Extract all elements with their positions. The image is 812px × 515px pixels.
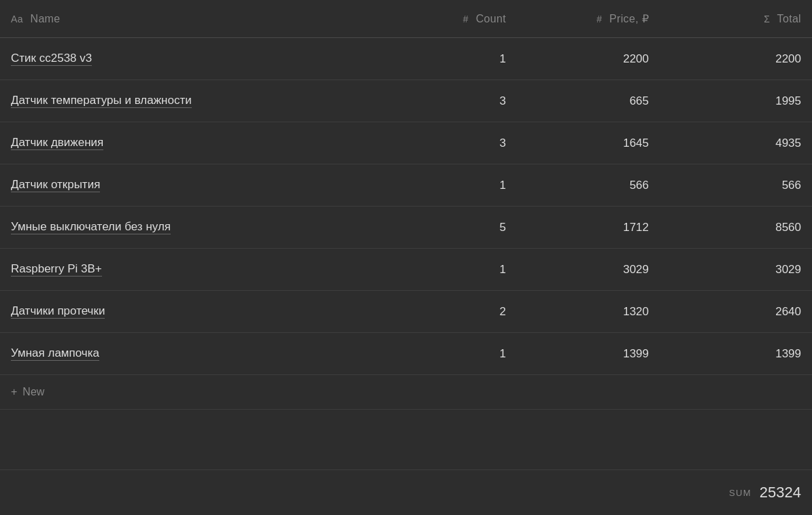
table-row[interactable]: Умные выключатели без нуля517128560 (0, 207, 812, 249)
table-row[interactable]: Датчик температуры и влажности36651995 (0, 80, 812, 122)
new-row-label: New (22, 386, 44, 398)
cell-name[interactable]: Стик cc2538 v3 (0, 38, 381, 80)
table-body: Стик cc2538 v3122002200Датчик температур… (0, 38, 812, 410)
cell-name[interactable]: Датчики протечки (0, 291, 381, 333)
cell-name[interactable]: Умная лампочка (0, 333, 381, 375)
cell-count[interactable]: 3 (381, 80, 517, 122)
col-count-label: Count (476, 13, 506, 24)
col-count-header[interactable]: # Count (381, 0, 517, 38)
table-row[interactable]: Датчик открытия1566566 (0, 164, 812, 207)
cell-total: 566 (660, 164, 812, 207)
table-row[interactable]: Стик cc2538 v3122002200 (0, 38, 812, 80)
cell-name[interactable]: Умные выключатели без нуля (0, 207, 381, 249)
cell-total: 1399 (660, 333, 812, 375)
table-row[interactable]: Умная лампочка113991399 (0, 333, 812, 375)
cell-price[interactable]: 1320 (517, 291, 660, 333)
cell-price[interactable]: 1645 (517, 122, 660, 164)
cell-name-text: Raspberry Pi 3B+ (11, 262, 102, 277)
cell-total: 2640 (660, 291, 812, 333)
table-row[interactable]: Датчики протечки213202640 (0, 291, 812, 333)
cell-total: 4935 (660, 122, 812, 164)
cell-name[interactable]: Датчик открытия (0, 164, 381, 207)
cell-price[interactable]: 1399 (517, 333, 660, 375)
cell-price[interactable]: 3029 (517, 249, 660, 291)
new-row[interactable]: +New (0, 375, 812, 410)
cell-name-text: Стик cc2538 v3 (11, 52, 92, 66)
cell-name-text: Умная лампочка (11, 347, 99, 361)
cell-count[interactable]: 3 (381, 122, 517, 164)
cell-price[interactable]: 1712 (517, 207, 660, 249)
new-row-cell[interactable]: +New (0, 375, 812, 410)
plus-icon: + (11, 386, 17, 398)
cell-name-text: Датчик температуры и влажности (11, 94, 192, 108)
new-row-button[interactable]: +New (11, 386, 801, 398)
cell-name-text: Умные выключатели без нуля (11, 220, 171, 234)
data-table: Aa Name # Count # Price, ₽ Σ Total Стик … (0, 0, 812, 410)
cell-total: 8560 (660, 207, 812, 249)
cell-total: 2200 (660, 38, 812, 80)
sum-value: 25324 (760, 484, 801, 501)
hash-icon-price: # (596, 14, 602, 24)
hash-icon-count: # (463, 14, 469, 24)
cell-count[interactable]: 1 (381, 38, 517, 80)
cell-total: 1995 (660, 80, 812, 122)
cell-name-text: Датчики протечки (11, 304, 105, 319)
col-total-header[interactable]: Σ Total (660, 0, 812, 38)
cell-count[interactable]: 1 (381, 164, 517, 207)
cell-name[interactable]: Датчик температуры и влажности (0, 80, 381, 122)
cell-name[interactable]: Raspberry Pi 3B+ (0, 249, 381, 291)
sigma-icon: Σ (764, 14, 770, 24)
cell-count[interactable]: 2 (381, 291, 517, 333)
col-price-label: Price, ₽ (609, 13, 649, 24)
cell-total: 3029 (660, 249, 812, 291)
sum-row: SUM 25324 (0, 469, 812, 515)
col-price-header[interactable]: # Price, ₽ (517, 0, 660, 38)
cell-name-text: Датчик открытия (11, 178, 100, 192)
table-row[interactable]: Датчик движения316454935 (0, 122, 812, 164)
main-table-container: Aa Name # Count # Price, ₽ Σ Total Стик … (0, 0, 812, 515)
cell-name[interactable]: Датчик движения (0, 122, 381, 164)
col-name-label: Name (31, 13, 61, 24)
cell-name-text: Датчик движения (11, 136, 103, 150)
col-total-label: Total (777, 13, 801, 24)
cell-price[interactable]: 665 (517, 80, 660, 122)
text-icon: Aa (11, 14, 23, 24)
sum-label: SUM (729, 488, 751, 498)
cell-price[interactable]: 566 (517, 164, 660, 207)
cell-count[interactable]: 1 (381, 249, 517, 291)
col-name-header[interactable]: Aa Name (0, 0, 381, 38)
table-row[interactable]: Raspberry Pi 3B+130293029 (0, 249, 812, 291)
table-header-row: Aa Name # Count # Price, ₽ Σ Total (0, 0, 812, 38)
cell-count[interactable]: 1 (381, 333, 517, 375)
cell-count[interactable]: 5 (381, 207, 517, 249)
cell-price[interactable]: 2200 (517, 38, 660, 80)
